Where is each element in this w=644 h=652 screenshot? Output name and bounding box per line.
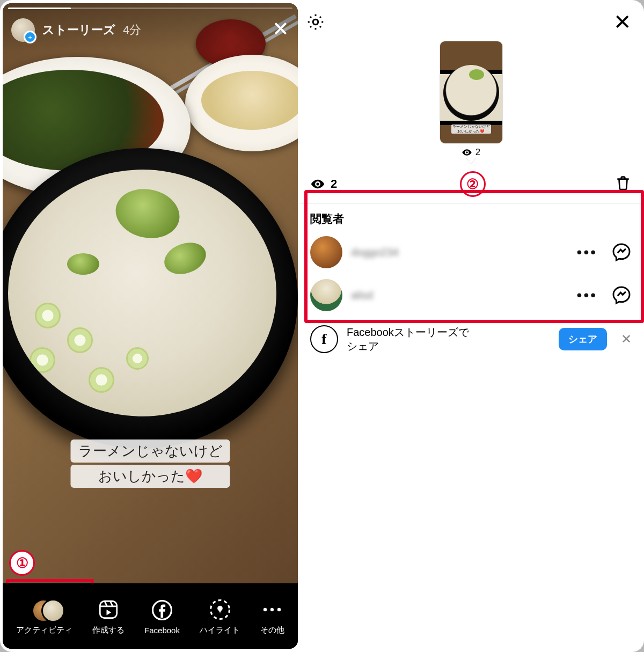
split-panes: + ストーリーズ 4分 ✕ ラーメンじゃないけど おいしかった❤️ ① アクティ… (0, 0, 644, 652)
highlight-button[interactable]: ハイライト (200, 597, 240, 635)
viewer-row[interactable]: alisd ••• (301, 274, 641, 317)
create-button[interactable]: 作成する (92, 597, 125, 635)
viewer-options-button[interactable]: ••• (577, 287, 597, 304)
dismiss-facebook-share-button[interactable]: ✕ (621, 332, 632, 347)
viewers-section-title: 閲覧者 (301, 204, 641, 231)
thumbnail-view-count: 2 (462, 147, 480, 158)
story-thumbnail[interactable]: ラーメンじゃないけどおいしかった❤️ (440, 41, 503, 144)
svg-point-3 (264, 607, 267, 611)
close-story-button[interactable]: ✕ (272, 19, 289, 39)
highlight-label: ハイライト (200, 625, 240, 635)
message-viewer-button[interactable] (611, 285, 632, 305)
activity-button[interactable]: アクティビティ (16, 597, 72, 635)
facebook-share-button[interactable]: Facebook (144, 598, 180, 635)
create-reel-icon (96, 597, 121, 622)
facebook-icon (150, 598, 174, 622)
story-caption-line1: ラーメンじゃないけど (71, 439, 230, 463)
facebook-share-button[interactable]: シェア (559, 328, 607, 350)
total-views-number: 2 (331, 177, 337, 191)
annotation-marker-1: ① (9, 550, 35, 576)
viewer-options-button[interactable]: ••• (577, 244, 597, 261)
create-label: 作成する (92, 625, 125, 635)
svg-point-6 (313, 19, 318, 25)
viewer-row[interactable]: doggo234 ••• (301, 231, 641, 274)
story-viewer-panel: + ストーリーズ 4分 ✕ ラーメンじゃないけど おいしかった❤️ ① アクティ… (3, 3, 298, 649)
activity-label: アクティビティ (16, 625, 72, 635)
viewer-avatar (310, 279, 342, 311)
thumbnail-selector-pointer (466, 157, 477, 164)
svg-point-4 (270, 607, 274, 611)
story-bottom-toolbar: アクティビティ 作成する Facebook ハイライト その他 (3, 583, 298, 649)
add-story-badge-icon: + (24, 31, 36, 43)
facebook-icon: f (310, 325, 338, 353)
story-caption-line2: おいしかった❤️ (71, 465, 230, 488)
annotation-marker-2: ② (460, 171, 486, 197)
more-label: その他 (260, 625, 284, 635)
story-caption: ラーメンじゃないけど おいしかった❤️ (71, 437, 230, 488)
close-viewers-button[interactable]: ✕ (613, 10, 632, 34)
viewers-topbar: ✕ (301, 3, 641, 41)
story-timestamp: 4分 (123, 22, 141, 38)
svg-point-5 (277, 607, 281, 611)
viewer-username: alisd (351, 289, 373, 302)
viewer-username: doggo234 (351, 246, 399, 259)
facebook-label: Facebook (144, 626, 180, 635)
svg-rect-0 (100, 601, 117, 618)
eye-icon (462, 148, 472, 157)
views-summary-row: 2 ② (301, 164, 641, 201)
thumbnail-view-number: 2 (475, 147, 480, 158)
more-button[interactable]: その他 (260, 597, 284, 635)
story-progress-bar (8, 8, 292, 9)
viewer-avatar (310, 236, 342, 268)
eye-icon (310, 178, 325, 190)
settings-button[interactable] (306, 12, 325, 32)
story-title: ストーリーズ (42, 22, 115, 38)
story-header: + ストーリーズ 4分 ✕ (3, 3, 298, 52)
story-author-avatar[interactable]: + (11, 18, 35, 42)
highlight-icon (208, 597, 232, 622)
svg-point-8 (316, 182, 319, 185)
activity-viewers-icon (32, 598, 56, 621)
facebook-share-row: f Facebookストーリーズでシェア シェア ✕ (301, 317, 641, 362)
delete-story-button[interactable] (614, 174, 632, 194)
story-thumbnail-strip: ラーメンじゃないけどおいしかった❤️ 2 (301, 41, 641, 164)
app-canvas: + ストーリーズ 4分 ✕ ラーメンじゃないけど おいしかった❤️ ① アクティ… (0, 0, 644, 652)
svg-point-7 (466, 151, 468, 153)
story-image (3, 3, 298, 649)
story-viewers-panel: ✕ ラーメンじゃないけどおいしかった❤️ 2 2 ② 閲覧者 doggo234 … (301, 3, 641, 649)
more-icon (260, 597, 284, 622)
facebook-share-text: Facebookストーリーズでシェア (347, 325, 469, 353)
message-viewer-button[interactable] (611, 242, 632, 262)
